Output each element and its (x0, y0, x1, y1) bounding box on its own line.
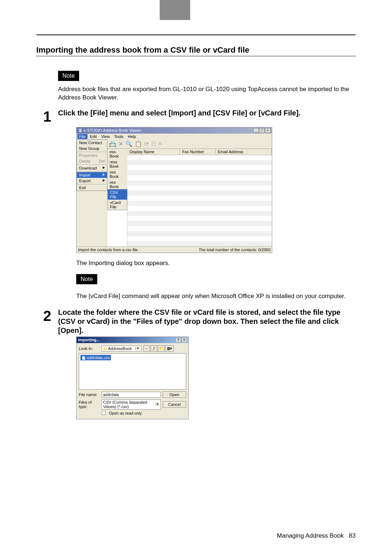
new-folder-button[interactable]: 📁 (158, 345, 164, 352)
help-button[interactable]: ? (176, 338, 181, 342)
list-row (127, 170, 272, 175)
menu-properties: Properties (77, 152, 107, 158)
section-underline (36, 56, 356, 56)
list-row (127, 201, 272, 206)
submenu-csv-file[interactable]: CSV File (108, 190, 127, 200)
list-row (127, 231, 272, 236)
tree-item[interactable]: ess Book (107, 169, 127, 179)
step-1-text: Click the [File] menu and select [Import… (58, 109, 356, 118)
menu-import[interactable]: Import▶ (77, 172, 107, 178)
tree-item[interactable]: ess Book (107, 179, 127, 190)
menu-help[interactable]: Help (126, 134, 138, 139)
section-heading: Importing the address book from a CSV fi… (36, 45, 356, 55)
toolbar: 📇 ✕ 🔍 📋 ⟳ ☷ ≡ (107, 139, 272, 149)
list-row (127, 241, 272, 247)
close-button[interactable]: × (265, 128, 270, 133)
menubar: File Edit View Tools Help (77, 134, 272, 139)
toolbar-icon[interactable]: ✕ (118, 140, 123, 147)
col-display-name[interactable]: Display Name (127, 149, 180, 155)
submenu-vcard-file[interactable]: vCard File (108, 200, 127, 210)
menu-delete: DeleteDel (77, 158, 107, 164)
list-row (127, 160, 272, 165)
toolbar-icon[interactable]: ≡ (158, 140, 162, 147)
filetype-label: Files of type: (79, 400, 100, 409)
menu-new-contact[interactable]: New Contact (77, 140, 107, 146)
window-title: 📇 e-STUDIO Address Book Viewer (78, 128, 141, 133)
step-1: 1 Click the [File] menu and select [Impo… (36, 109, 356, 124)
dialog-titlebar: Importing... ? × (77, 337, 188, 343)
tree-item[interactable]: ess Book (107, 149, 127, 159)
menu-tools[interactable]: Tools (112, 134, 125, 139)
filename-input[interactable] (102, 392, 161, 398)
filename-label: File name: (79, 392, 100, 397)
list-row (127, 165, 272, 170)
step-2-number: 2 (36, 308, 58, 323)
note-badge-2: Note (76, 274, 97, 284)
horizontal-rule-top (36, 34, 356, 35)
step-1-number: 1 (36, 109, 58, 124)
filetype-dropdown[interactable]: CSV (Comma Separated Values) (*.csv) ▼ (102, 399, 161, 410)
top-header-bar (0, 0, 392, 20)
maximize-button[interactable]: □ (259, 128, 265, 133)
toolbar-icon[interactable]: 🔍 (125, 140, 132, 147)
minimize-button[interactable]: _ (253, 128, 259, 133)
screenshot-importing-dialog: Importing... ? × Look in: 📁 AddressBook … (76, 337, 189, 419)
open-button[interactable]: Open (163, 391, 186, 398)
menu-file[interactable]: File (77, 134, 87, 139)
list-column-headers: Display Name Fax Number Email Address (127, 149, 272, 155)
step-1-caption: The Importing dialog box appears. (76, 260, 356, 267)
up-button[interactable]: ⮥ (151, 345, 157, 352)
look-in-label: Look in: (79, 346, 100, 351)
col-fax-number[interactable]: Fax Number (180, 149, 216, 155)
toolbar-icon[interactable]: 📋 (135, 140, 142, 147)
list-row (127, 226, 272, 231)
tree-panel: ess Book ress Book ess Book ess Book (107, 149, 127, 190)
status-left: Import the contacts from a csv file. (78, 248, 139, 252)
list-row (127, 221, 272, 226)
dialog-title: Importing... (78, 338, 100, 342)
col-email-address[interactable]: Email Address (216, 149, 272, 155)
tree-item[interactable]: ress Book (107, 159, 127, 169)
window-titlebar: 📇 e-STUDIO Address Book Viewer _ □ × (77, 127, 272, 134)
top-header-tab (160, 0, 190, 20)
note-2-text: The [vCard File] command will appear onl… (76, 292, 356, 301)
file-list[interactable]: 📄 addrdata.csv (79, 353, 186, 390)
menu-exit[interactable]: Exit (77, 185, 107, 191)
list-row (127, 191, 272, 196)
list-row (127, 155, 272, 160)
menu-view[interactable]: View (99, 134, 112, 139)
list-row (127, 180, 272, 186)
toolbar-icon[interactable]: ⟳ (144, 140, 149, 147)
menu-download[interactable]: Download▶ (77, 165, 107, 171)
step-2: 2 Locate the folder where the CSV file o… (36, 308, 356, 335)
list-row (127, 186, 272, 191)
list-row (127, 206, 272, 211)
list-row (127, 196, 272, 201)
status-right: The total number of the contacts: 0/2000 (199, 248, 270, 252)
close-button[interactable]: × (181, 338, 187, 342)
import-submenu: CSV File vCard File (107, 189, 127, 210)
readonly-checkbox[interactable] (102, 411, 106, 415)
list-view (127, 155, 272, 247)
menu-new-group[interactable]: New Group (77, 146, 107, 151)
intro-note-text: Address book files that are exported fro… (58, 85, 356, 102)
cancel-button[interactable]: Cancel (163, 401, 186, 408)
back-button[interactable]: ← (143, 345, 150, 352)
look-in-dropdown[interactable]: 📁 AddressBook ▼ (102, 346, 142, 351)
menu-export[interactable]: Export▶ (77, 178, 107, 184)
note-badge: Note (58, 71, 79, 81)
view-menu-button[interactable]: ▦▾ (165, 345, 174, 352)
readonly-label: Open as read-only (109, 411, 142, 415)
list-row (127, 236, 272, 241)
statusbar: Import the contacts from a csv file. The… (77, 247, 272, 253)
step-2-text: Locate the folder where the CSV file or … (58, 308, 356, 335)
file-dropdown-menu: New Contact New Group Properties DeleteD… (77, 139, 107, 191)
footer-text: Managing Address Book (277, 532, 344, 539)
toolbar-icon[interactable]: ☷ (151, 140, 156, 147)
toolbar-icon[interactable]: 📇 (109, 140, 116, 147)
file-item-selected[interactable]: 📄 addrdata.csv (80, 355, 111, 360)
list-row (127, 216, 272, 221)
list-row (127, 211, 272, 216)
menu-edit[interactable]: Edit (88, 134, 99, 139)
screenshot-address-book-viewer: 📇 e-STUDIO Address Book Viewer _ □ × Fil… (76, 127, 272, 253)
